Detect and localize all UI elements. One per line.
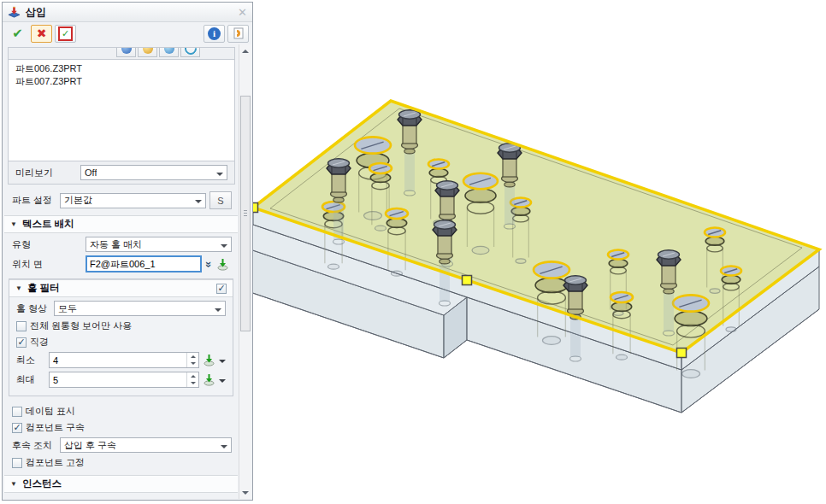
- pick-arrow-icon: [203, 354, 215, 366]
- max-label: 최대: [16, 373, 45, 386]
- selection-drag-handle[interactable]: [463, 276, 472, 285]
- sphere-sky-icon: [164, 48, 174, 54]
- fix-component-label: 컴포넌트 고정: [26, 456, 85, 469]
- collapse-triangle-icon: ▼: [10, 220, 17, 228]
- ok-button[interactable]: ✔: [7, 25, 28, 43]
- show-datum-checkbox[interactable]: [12, 407, 22, 417]
- followup-label: 후속 조치: [12, 439, 56, 452]
- app-window: { "panel": { "title": "삽입", "close_glyph…: [0, 0, 826, 504]
- pick-arrow-icon: [203, 373, 215, 386]
- type-row: 유형 자동 홀 매치: [12, 237, 232, 252]
- fix-component-checkbox[interactable]: [12, 458, 22, 468]
- apply-check-icon: ✓: [58, 26, 73, 41]
- pick-from-geometry-button[interactable]: [203, 354, 215, 366]
- part-setting-dropdown[interactable]: 기본값: [60, 193, 206, 208]
- part-setting-row: 파트 설정 기본값 S: [12, 191, 232, 209]
- min-input[interactable]: [50, 353, 186, 367]
- info-icon: i: [208, 27, 221, 40]
- hole-shape-row: 홀 형상 모두: [16, 301, 226, 316]
- view-filter-button-2[interactable]: [138, 48, 157, 57]
- hole-shape-label: 홀 형상: [16, 302, 50, 315]
- collapse-triangle-icon: ▼: [15, 284, 22, 292]
- insert-dialog: 삽입 ✕ ✔ ✖ ✓ i: [2, 2, 253, 501]
- diameter-label: 직경: [30, 336, 49, 349]
- clipped-icon-row: [9, 48, 234, 59]
- options-arrow-icon[interactable]: [219, 379, 226, 386]
- info-button[interactable]: i: [204, 25, 225, 43]
- diameter-row: ✓ 직경: [16, 336, 226, 349]
- full-cylinder-checkbox[interactable]: [16, 321, 27, 331]
- hole-filter-group: ▼ 홀 필터 ✓ 홀 형상 모두 전체 원통형 보어만 사용 ✓ 직경 최소: [9, 278, 233, 396]
- hole-filter-checkbox[interactable]: ✓: [216, 284, 227, 294]
- show-datum-label: 데이텀 표시: [26, 405, 75, 418]
- spin-up-icon[interactable]: [187, 353, 198, 360]
- list-item[interactable]: 파트007.Z3PRT: [9, 75, 234, 88]
- dialog-title: 삽입: [26, 5, 46, 20]
- preview-dropdown[interactable]: Off: [80, 165, 227, 180]
- scroll-down-icon[interactable]: [239, 487, 251, 499]
- min-spinbox[interactable]: [49, 352, 199, 368]
- part-list[interactable]: 파트006.Z3PRT 파트007.Z3PRT: [9, 59, 234, 161]
- pick-from-geometry-button[interactable]: [216, 258, 229, 271]
- face-row: 위치 면 »: [12, 255, 232, 273]
- show-datum-row: 데이텀 표시: [12, 405, 232, 418]
- fix-component-row: 컴포넌트 고정: [12, 456, 232, 469]
- max-spinbox[interactable]: [49, 372, 199, 388]
- close-x-icon: ✖: [37, 26, 47, 40]
- section-header-placement[interactable]: ▼ 텍스트 배치: [4, 215, 238, 233]
- hole-shape-dropdown[interactable]: 모두: [54, 301, 226, 316]
- insert-component-icon: [8, 6, 21, 19]
- full-cylinder-row: 전체 원통형 보어만 사용: [16, 319, 226, 332]
- spin-down-icon[interactable]: [187, 380, 198, 388]
- component-group: 파트006.Z3PRT 파트007.Z3PRT 미리보기 Off: [8, 47, 235, 185]
- face-input[interactable]: [86, 255, 202, 273]
- dialog-titlebar[interactable]: 삽입 ✕: [3, 3, 252, 22]
- dropdown-arrow-icon: [215, 308, 221, 315]
- view-filter-button-3[interactable]: [159, 48, 179, 57]
- max-input[interactable]: [50, 372, 186, 387]
- type-dropdown[interactable]: 자동 홀 매치: [86, 237, 232, 252]
- max-row: 최대: [16, 372, 226, 388]
- check-icon: ✔: [12, 26, 23, 41]
- list-item[interactable]: 파트006.Z3PRT: [9, 62, 234, 75]
- followup-row: 후속 조치 삽입 후 구속: [12, 437, 232, 453]
- options-arrow-icon[interactable]: [219, 360, 226, 366]
- dropdown-arrow-icon: [221, 244, 227, 251]
- section-header-hole-filter[interactable]: ▼ 홀 필터 ✓: [9, 279, 233, 297]
- scrollbar-thumb[interactable]: [240, 96, 251, 331]
- preview-row: 미리보기 Off: [15, 165, 227, 180]
- dropdown-arrow-icon: [195, 200, 202, 207]
- full-cylinder-label: 전체 원통형 보어만 사용: [30, 319, 132, 332]
- close-icon[interactable]: ✕: [238, 6, 247, 19]
- document-page-icon: [233, 27, 244, 39]
- help-page-button[interactable]: [227, 25, 249, 43]
- section-header-instance[interactable]: ▼ 인스턴스: [4, 475, 238, 493]
- part-setting-label: 파트 설정: [12, 194, 56, 207]
- cancel-button[interactable]: ✖: [31, 25, 52, 43]
- constrain-checkbox[interactable]: ✓: [12, 423, 22, 433]
- face-label: 위치 면: [12, 258, 82, 271]
- followup-dropdown[interactable]: 삽입 후 구속: [60, 437, 232, 453]
- sphere-gold-icon: [143, 48, 153, 54]
- constrain-label: 컴포넌트 구속: [26, 421, 85, 434]
- spin-down-icon[interactable]: [187, 360, 198, 368]
- dropdown-arrow-icon: [221, 445, 227, 452]
- spin-up-icon[interactable]: [187, 372, 198, 380]
- dialog-content: 파트006.Z3PRT 파트007.Z3PRT 미리보기 Off 파트 설정 기…: [3, 44, 239, 499]
- preview-label: 미리보기: [15, 167, 77, 179]
- dialog-toolbar: ✔ ✖ ✓ i: [3, 22, 252, 44]
- dropdown-arrow-icon: [216, 173, 223, 179]
- pick-from-geometry-button[interactable]: [203, 373, 215, 386]
- selection-drag-handle[interactable]: [677, 349, 687, 358]
- apply-button[interactable]: ✓: [55, 25, 76, 43]
- diameter-checkbox[interactable]: ✓: [16, 337, 27, 348]
- pick-arrow-icon: [216, 258, 229, 271]
- refresh-button[interactable]: [180, 48, 200, 57]
- style-button[interactable]: S: [209, 191, 232, 209]
- expand-chevrons-icon[interactable]: »: [204, 261, 215, 267]
- panel-scrollbar[interactable]: [239, 44, 251, 499]
- view-filter-button-1[interactable]: [116, 48, 136, 57]
- thumb-grip-icon: [244, 210, 247, 216]
- min-label: 최소: [16, 354, 45, 366]
- scroll-up-icon[interactable]: [239, 44, 251, 56]
